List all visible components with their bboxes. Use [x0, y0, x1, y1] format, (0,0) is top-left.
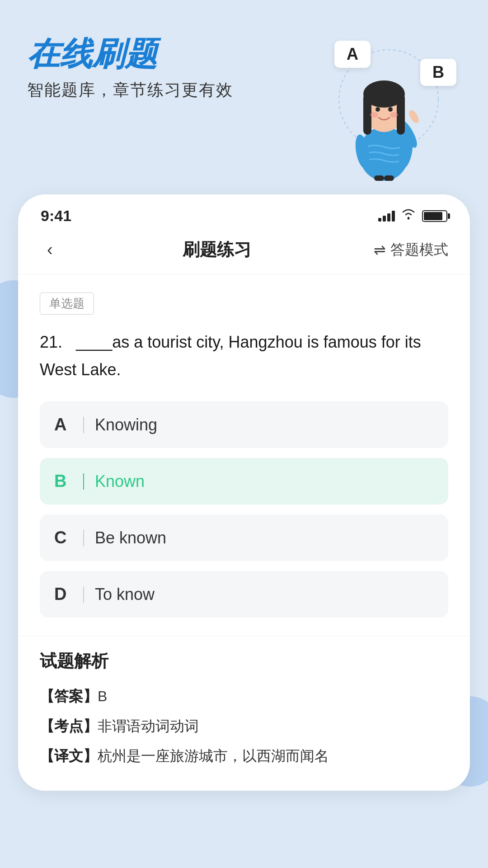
- status-icons: [378, 208, 447, 223]
- header-text: 在线刷题 智能题库，章节练习更有效: [27, 36, 307, 101]
- status-bar: 9:41: [18, 194, 470, 232]
- option-d[interactable]: D To know: [40, 571, 448, 618]
- option-a-text: Knowing: [95, 415, 157, 434]
- status-time: 9:41: [41, 207, 71, 225]
- app-title: 在线刷题: [27, 36, 307, 72]
- point-label: 【考点】: [40, 718, 98, 734]
- option-b-divider: [83, 473, 84, 490]
- svg-point-12: [370, 112, 378, 118]
- svg-rect-16: [384, 175, 394, 181]
- option-b-text: Known: [95, 472, 145, 491]
- option-a-letter: A: [54, 415, 72, 434]
- svg-point-13: [390, 112, 398, 118]
- back-button[interactable]: ‹: [40, 236, 60, 263]
- question-type-badge: 单选题: [40, 292, 94, 315]
- answer-label: 【答案】: [40, 688, 98, 704]
- nav-right[interactable]: ⇌ 答题模式: [374, 240, 448, 260]
- options-list: A Knowing B Known C Be known D To know: [40, 401, 448, 631]
- option-c-text: Be known: [95, 528, 166, 547]
- option-b[interactable]: B Known: [40, 458, 448, 505]
- hero-illustration: A B: [307, 36, 461, 181]
- answer-mode-label: 答题模式: [390, 240, 448, 260]
- analysis-title: 试题解析: [40, 650, 448, 673]
- girl-character: [334, 63, 434, 181]
- question-text: 21. ____as a tourist city, Hangzhou is f…: [40, 328, 448, 383]
- point-value: 非谓语动词动词: [98, 718, 199, 734]
- nav-bar: ‹ 刷题练习 ⇌ 答题模式: [18, 232, 470, 274]
- question-blank: ____: [76, 333, 112, 351]
- question-number: 21.: [40, 333, 62, 351]
- analysis-section: 试题解析 【答案】B 【考点】非谓语动词动词 【译文】杭州是一座旅游城市，以西湖…: [18, 636, 470, 791]
- option-d-text: To know: [95, 585, 155, 604]
- analysis-translation: 【译文】杭州是一座旅游城市，以西湖而闻名: [40, 743, 448, 769]
- battery-fill: [424, 212, 442, 220]
- wifi-icon: [401, 208, 416, 223]
- svg-point-11: [388, 107, 393, 112]
- app-subtitle: 智能题库，章节练习更有效: [27, 79, 307, 101]
- answer-value: B: [98, 688, 107, 704]
- option-d-letter: D: [54, 585, 72, 604]
- battery-icon: [422, 210, 447, 222]
- answer-mode-icon: ⇌: [374, 241, 386, 259]
- question-area: 单选题 21. ____as a tourist city, Hangzhou …: [18, 274, 470, 631]
- option-a[interactable]: A Knowing: [40, 401, 448, 448]
- svg-point-10: [375, 107, 380, 112]
- signal-icon: [378, 211, 395, 222]
- option-d-divider: [83, 586, 84, 603]
- svg-rect-15: [374, 175, 384, 181]
- option-a-divider: [83, 417, 84, 433]
- option-c[interactable]: C Be known: [40, 514, 448, 561]
- analysis-point: 【考点】非谓语动词动词: [40, 713, 448, 740]
- nav-title: 刷题练习: [183, 238, 251, 261]
- svg-point-14: [407, 108, 421, 125]
- option-c-letter: C: [54, 528, 72, 547]
- option-b-letter: B: [54, 472, 72, 491]
- phone-mockup: 9:41 ‹ 刷题练习: [18, 194, 470, 791]
- analysis-answer: 【答案】B: [40, 684, 448, 710]
- option-c-divider: [83, 530, 84, 546]
- translation-label: 【译文】: [40, 748, 98, 764]
- header-area: 在线刷题 智能题库，章节练习更有效 A B: [0, 0, 488, 181]
- svg-point-17: [408, 217, 410, 220]
- translation-value: 杭州是一座旅游城市，以西湖而闻名: [98, 748, 329, 764]
